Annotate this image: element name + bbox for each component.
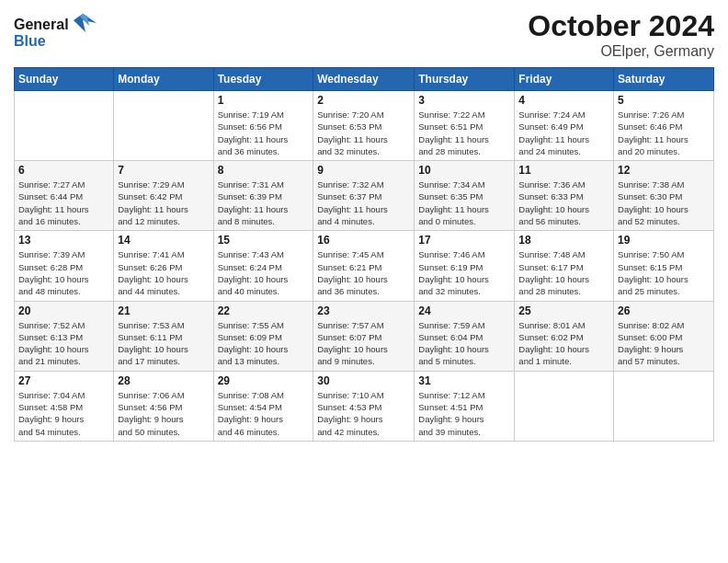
svg-text:General: General (14, 17, 69, 32)
day-number: 27 (18, 374, 109, 387)
page-container: General Blue October 2024 OElper, German… (0, 0, 728, 446)
day-number: 13 (18, 234, 109, 247)
day-info: Sunrise: 7:32 AM Sunset: 6:37 PM Dayligh… (317, 178, 410, 227)
day-info: Sunrise: 7:26 AM Sunset: 6:46 PM Dayligh… (618, 109, 710, 157)
day-number: 23 (317, 304, 410, 317)
day-number: 30 (317, 374, 410, 387)
day-number: 22 (218, 304, 310, 317)
calendar-cell: 12Sunrise: 7:38 AM Sunset: 6:30 PM Dayli… (614, 161, 714, 231)
day-number: 24 (418, 304, 510, 317)
calendar-cell: 19Sunrise: 7:50 AM Sunset: 6:15 PM Dayli… (614, 231, 714, 301)
day-number: 5 (618, 94, 710, 107)
day-info: Sunrise: 8:01 AM Sunset: 6:02 PM Dayligh… (518, 319, 609, 368)
calendar-week-row: 6Sunrise: 7:27 AM Sunset: 6:44 PM Daylig… (15, 161, 714, 231)
calendar-cell: 4Sunrise: 7:24 AM Sunset: 6:49 PM Daylig… (515, 91, 614, 161)
day-info: Sunrise: 7:04 AM Sunset: 4:58 PM Dayligh… (18, 389, 109, 438)
day-number: 8 (218, 164, 310, 177)
header-wednesday: Wednesday (313, 68, 415, 91)
calendar-cell: 11Sunrise: 7:36 AM Sunset: 6:33 PM Dayli… (515, 161, 614, 231)
calendar-cell: 10Sunrise: 7:34 AM Sunset: 6:35 PM Dayli… (415, 161, 515, 231)
calendar-cell: 29Sunrise: 7:08 AM Sunset: 4:54 PM Dayli… (213, 371, 313, 441)
day-info: Sunrise: 7:20 AM Sunset: 6:53 PM Dayligh… (317, 109, 410, 157)
day-number: 28 (118, 374, 209, 387)
calendar-cell (515, 371, 614, 441)
day-number: 15 (218, 234, 310, 247)
calendar-cell (614, 371, 714, 441)
day-number: 2 (317, 94, 410, 107)
day-number: 4 (518, 94, 609, 107)
day-number: 7 (118, 164, 209, 177)
day-info: Sunrise: 8:02 AM Sunset: 6:00 PM Dayligh… (618, 319, 710, 368)
calendar-cell: 13Sunrise: 7:39 AM Sunset: 6:28 PM Dayli… (15, 231, 114, 301)
day-number: 14 (118, 234, 209, 247)
day-info: Sunrise: 7:53 AM Sunset: 6:11 PM Dayligh… (118, 319, 209, 368)
calendar-cell (15, 91, 114, 161)
calendar-cell: 27Sunrise: 7:04 AM Sunset: 4:58 PM Dayli… (15, 371, 114, 441)
header-thursday: Thursday (415, 68, 515, 91)
day-info: Sunrise: 7:55 AM Sunset: 6:09 PM Dayligh… (218, 319, 310, 368)
day-number: 3 (418, 94, 510, 107)
day-info: Sunrise: 7:27 AM Sunset: 6:44 PM Dayligh… (18, 178, 109, 227)
day-number: 25 (518, 304, 609, 317)
calendar-cell: 9Sunrise: 7:32 AM Sunset: 6:37 PM Daylig… (313, 161, 415, 231)
calendar-cell: 25Sunrise: 8:01 AM Sunset: 6:02 PM Dayli… (515, 301, 614, 371)
calendar-cell: 26Sunrise: 8:02 AM Sunset: 6:00 PM Dayli… (614, 301, 714, 371)
day-info: Sunrise: 7:12 AM Sunset: 4:51 PM Dayligh… (418, 389, 510, 438)
day-info: Sunrise: 7:50 AM Sunset: 6:15 PM Dayligh… (618, 248, 710, 297)
calendar-cell: 31Sunrise: 7:12 AM Sunset: 4:51 PM Dayli… (415, 371, 515, 441)
day-number: 12 (618, 164, 710, 177)
header-saturday: Saturday (614, 68, 714, 91)
calendar-cell: 16Sunrise: 7:45 AM Sunset: 6:21 PM Dayli… (313, 231, 415, 301)
calendar-cell: 14Sunrise: 7:41 AM Sunset: 6:26 PM Dayli… (114, 231, 213, 301)
day-info: Sunrise: 7:22 AM Sunset: 6:51 PM Dayligh… (418, 109, 510, 157)
day-number: 11 (518, 164, 609, 177)
calendar-cell: 28Sunrise: 7:06 AM Sunset: 4:56 PM Dayli… (114, 371, 213, 441)
day-info: Sunrise: 7:59 AM Sunset: 6:04 PM Dayligh… (418, 319, 510, 368)
month-title: October 2024 (528, 9, 714, 43)
day-info: Sunrise: 7:45 AM Sunset: 6:21 PM Dayligh… (317, 248, 410, 297)
calendar-cell: 6Sunrise: 7:27 AM Sunset: 6:44 PM Daylig… (15, 161, 114, 231)
calendar-cell: 23Sunrise: 7:57 AM Sunset: 6:07 PM Dayli… (313, 301, 415, 371)
day-info: Sunrise: 7:24 AM Sunset: 6:49 PM Dayligh… (518, 109, 609, 157)
day-number: 29 (218, 374, 310, 387)
day-info: Sunrise: 7:08 AM Sunset: 4:54 PM Dayligh… (218, 389, 310, 438)
calendar-week-row: 20Sunrise: 7:52 AM Sunset: 6:13 PM Dayli… (15, 301, 714, 371)
calendar-cell: 30Sunrise: 7:10 AM Sunset: 4:53 PM Dayli… (313, 371, 415, 441)
calendar-cell: 2Sunrise: 7:20 AM Sunset: 6:53 PM Daylig… (313, 91, 415, 161)
calendar-cell: 24Sunrise: 7:59 AM Sunset: 6:04 PM Dayli… (415, 301, 515, 371)
calendar-cell: 1Sunrise: 7:19 AM Sunset: 6:56 PM Daylig… (213, 91, 313, 161)
calendar-cell: 22Sunrise: 7:55 AM Sunset: 6:09 PM Dayli… (213, 301, 313, 371)
header-friday: Friday (515, 68, 614, 91)
day-info: Sunrise: 7:48 AM Sunset: 6:17 PM Dayligh… (518, 248, 609, 297)
day-info: Sunrise: 7:52 AM Sunset: 6:13 PM Dayligh… (18, 319, 109, 368)
calendar-cell: 20Sunrise: 7:52 AM Sunset: 6:13 PM Dayli… (15, 301, 114, 371)
day-number: 20 (18, 304, 109, 317)
day-number: 1 (218, 94, 310, 107)
day-number: 26 (618, 304, 710, 317)
day-info: Sunrise: 7:19 AM Sunset: 6:56 PM Dayligh… (218, 109, 310, 157)
location-title: OElper, Germany (528, 43, 714, 60)
calendar-week-row: 1Sunrise: 7:19 AM Sunset: 6:56 PM Daylig… (15, 91, 714, 161)
day-info: Sunrise: 7:43 AM Sunset: 6:24 PM Dayligh… (218, 248, 310, 297)
calendar-cell: 3Sunrise: 7:22 AM Sunset: 6:51 PM Daylig… (415, 91, 515, 161)
header-tuesday: Tuesday (213, 68, 313, 91)
calendar-cell: 18Sunrise: 7:48 AM Sunset: 6:17 PM Dayli… (515, 231, 614, 301)
day-info: Sunrise: 7:41 AM Sunset: 6:26 PM Dayligh… (118, 248, 209, 297)
day-number: 9 (317, 164, 410, 177)
calendar-cell: 15Sunrise: 7:43 AM Sunset: 6:24 PM Dayli… (213, 231, 313, 301)
day-number: 19 (618, 234, 710, 247)
day-number: 31 (418, 374, 510, 387)
calendar-header-row: Sunday Monday Tuesday Wednesday Thursday… (15, 68, 714, 91)
day-info: Sunrise: 7:38 AM Sunset: 6:30 PM Dayligh… (618, 178, 710, 227)
calendar-cell: 7Sunrise: 7:29 AM Sunset: 6:42 PM Daylig… (114, 161, 213, 231)
day-info: Sunrise: 7:34 AM Sunset: 6:35 PM Dayligh… (418, 178, 510, 227)
day-number: 16 (317, 234, 410, 247)
day-info: Sunrise: 7:46 AM Sunset: 6:19 PM Dayligh… (418, 248, 510, 297)
logo-area: General Blue (14, 9, 97, 54)
day-info: Sunrise: 7:39 AM Sunset: 6:28 PM Dayligh… (18, 248, 109, 297)
calendar-week-row: 13Sunrise: 7:39 AM Sunset: 6:28 PM Dayli… (15, 231, 714, 301)
day-info: Sunrise: 7:31 AM Sunset: 6:39 PM Dayligh… (218, 178, 310, 227)
day-info: Sunrise: 7:06 AM Sunset: 4:56 PM Dayligh… (118, 389, 209, 438)
calendar-cell: 17Sunrise: 7:46 AM Sunset: 6:19 PM Dayli… (415, 231, 515, 301)
calendar-table: Sunday Monday Tuesday Wednesday Thursday… (14, 67, 714, 442)
